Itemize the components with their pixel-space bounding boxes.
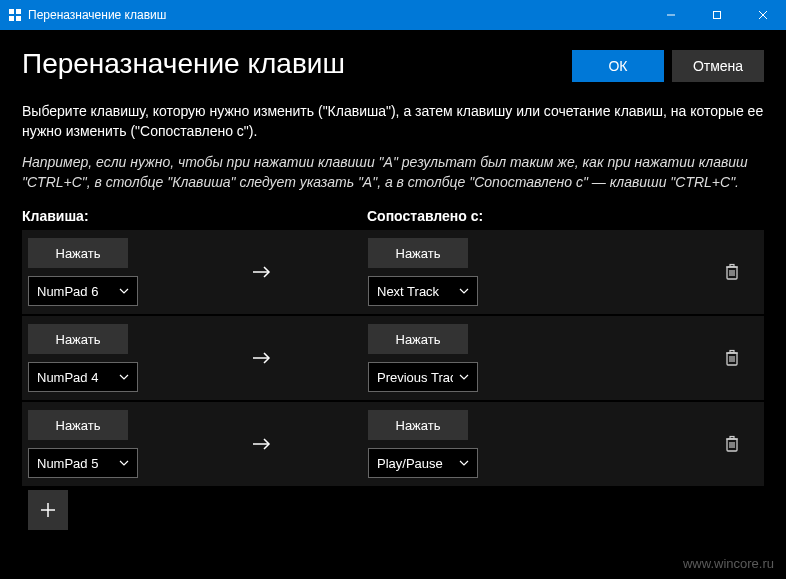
key-dropdown-label: NumPad 4 <box>37 370 113 385</box>
page-title: Переназначение клавиш <box>22 48 572 80</box>
header-actions: ОК Отмена <box>572 50 764 82</box>
ok-button[interactable]: ОК <box>572 50 664 82</box>
mapped-dropdown-label: Next Track <box>377 284 453 299</box>
columns-header: Клавиша: Сопоставлено с: <box>22 208 764 224</box>
delete-row-button[interactable] <box>716 256 748 288</box>
type-key-button[interactable]: Нажать <box>28 238 128 268</box>
cancel-button[interactable]: Отмена <box>672 50 764 82</box>
key-cell: Нажать NumPad 4 <box>22 324 162 392</box>
svg-rect-3 <box>16 16 21 21</box>
svg-rect-0 <box>9 9 14 14</box>
arrow-icon <box>162 350 362 366</box>
delete-row-button[interactable] <box>716 428 748 460</box>
type-mapped-button[interactable]: Нажать <box>368 410 468 440</box>
chevron-down-icon <box>119 374 129 380</box>
svg-rect-1 <box>16 9 21 14</box>
delete-row-button[interactable] <box>716 342 748 374</box>
window-title: Переназначение клавиш <box>28 8 648 22</box>
mapped-cell: Нажать Play/Pause <box>362 410 502 478</box>
svg-rect-5 <box>714 12 721 19</box>
mapping-rows: Нажать NumPad 6 Нажать Next Track <box>22 230 764 486</box>
key-dropdown-label: NumPad 6 <box>37 284 113 299</box>
mapped-dropdown-label: Previous Track <box>377 370 453 385</box>
svg-rect-28 <box>730 437 734 439</box>
chevron-down-icon <box>459 460 469 466</box>
type-mapped-button[interactable]: Нажать <box>368 324 468 354</box>
key-dropdown[interactable]: NumPad 6 <box>28 276 138 306</box>
type-key-button[interactable]: Нажать <box>28 410 128 440</box>
chevron-down-icon <box>459 288 469 294</box>
chevron-down-icon <box>119 288 129 294</box>
svg-rect-2 <box>9 16 14 21</box>
mapped-dropdown[interactable]: Play/Pause <box>368 448 478 478</box>
type-mapped-button[interactable]: Нажать <box>368 238 468 268</box>
add-row <box>22 490 764 530</box>
close-button[interactable] <box>740 0 786 30</box>
window-controls <box>648 0 786 30</box>
mapped-cell: Нажать Previous Track <box>362 324 502 392</box>
column-header-mapped: Сопоставлено с: <box>367 208 764 224</box>
mapped-dropdown[interactable]: Previous Track <box>368 362 478 392</box>
maximize-button[interactable] <box>694 0 740 30</box>
chevron-down-icon <box>459 374 469 380</box>
mapped-dropdown-label: Play/Pause <box>377 456 453 471</box>
header: Переназначение клавиш ОК Отмена <box>0 30 786 82</box>
watermark: www.wincore.ru <box>683 556 774 571</box>
mapping-row: Нажать NumPad 4 Нажать Previous Track <box>22 316 764 400</box>
key-cell: Нажать NumPad 6 <box>22 238 162 306</box>
mapped-cell: Нажать Next Track <box>362 238 502 306</box>
content: Выберите клавишу, которую нужно изменить… <box>0 82 786 530</box>
arrow-icon <box>162 264 362 280</box>
svg-rect-21 <box>730 351 734 353</box>
mapped-dropdown[interactable]: Next Track <box>368 276 478 306</box>
key-dropdown-label: NumPad 5 <box>37 456 113 471</box>
svg-rect-14 <box>730 265 734 267</box>
chevron-down-icon <box>119 460 129 466</box>
key-cell: Нажать NumPad 5 <box>22 410 162 478</box>
key-dropdown[interactable]: NumPad 4 <box>28 362 138 392</box>
column-header-key: Клавиша: <box>22 208 367 224</box>
description-primary: Выберите клавишу, которую нужно изменить… <box>22 102 764 141</box>
arrow-icon <box>162 436 362 452</box>
minimize-button[interactable] <box>648 0 694 30</box>
add-mapping-button[interactable] <box>28 490 68 530</box>
titlebar: Переназначение клавиш <box>0 0 786 30</box>
type-key-button[interactable]: Нажать <box>28 324 128 354</box>
app-icon <box>8 8 22 22</box>
mapping-row: Нажать NumPad 6 Нажать Next Track <box>22 230 764 314</box>
description-example: Например, если нужно, чтобы при нажатии … <box>22 153 764 192</box>
mapping-row: Нажать NumPad 5 Нажать Play/Pause <box>22 402 764 486</box>
key-dropdown[interactable]: NumPad 5 <box>28 448 138 478</box>
